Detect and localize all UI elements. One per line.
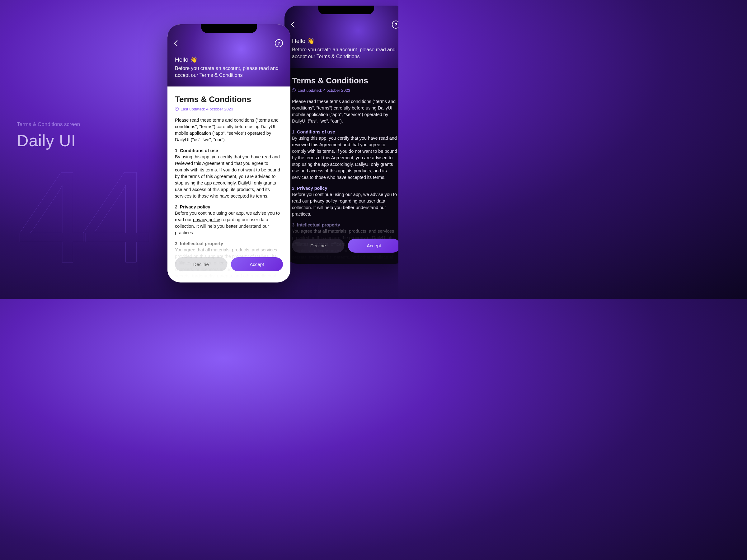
- section-2-body: Before you continue using our app, we ad…: [292, 191, 398, 217]
- button-row: Decline Accept: [292, 239, 398, 252]
- privacy-policy-link[interactable]: privacy policy: [310, 198, 337, 204]
- left-title: Daily UI: [17, 131, 76, 150]
- doc-title: Terms & Conditions: [175, 95, 283, 104]
- last-updated: Last updated: 4 october 2023: [175, 107, 283, 111]
- section-3-head: 3. Intellectual property: [175, 241, 283, 246]
- left-subtitle: Terms & Conditions screen: [17, 121, 80, 128]
- updated-text: Last updated: 4 october 2023: [181, 107, 233, 111]
- phone-dark: ? Hello 👋 Before you create an account, …: [284, 6, 398, 264]
- doc-title: Terms & Conditions: [292, 76, 398, 85]
- greeting: Hello 👋: [292, 37, 398, 45]
- section-1-head: 1. Conditions of use: [175, 148, 283, 153]
- section-1-head: 1. Conditions of use: [292, 129, 398, 134]
- updated-text: Last updated: 4 october 2023: [298, 88, 350, 93]
- section-3-head: 3. Intellectual property: [292, 222, 398, 228]
- section-1-body: By using this app, you certify that you …: [175, 154, 283, 199]
- phone-light: ? Hello 👋 Before you create an account, …: [168, 24, 290, 283]
- accept-button[interactable]: Accept: [348, 239, 399, 252]
- section-2-head: 2. Privacy policy: [292, 186, 398, 191]
- intro-text: Please read these terms and conditions (…: [175, 117, 283, 143]
- help-icon[interactable]: ?: [275, 39, 283, 47]
- privacy-policy-link[interactable]: privacy policy: [193, 217, 220, 222]
- header-subtitle: Before you create an account, please rea…: [292, 46, 398, 60]
- header: ? Hello 👋 Before you create an account, …: [284, 6, 398, 68]
- challenge-number: 44: [17, 165, 144, 269]
- content-area[interactable]: Terms & Conditions Last updated: 4 octob…: [284, 68, 398, 261]
- notch: [201, 24, 257, 33]
- back-icon[interactable]: [174, 40, 180, 46]
- decline-button[interactable]: Decline: [292, 239, 344, 252]
- button-row: Decline Accept: [175, 257, 283, 271]
- greeting: Hello 👋: [175, 56, 283, 63]
- header-subtitle: Before you create an account, please rea…: [175, 65, 283, 79]
- content-area[interactable]: Terms & Conditions Last updated: 4 octob…: [168, 86, 290, 279]
- section-2-body: Before you continue using our app, we ad…: [175, 210, 283, 236]
- last-updated: Last updated: 4 october 2023: [292, 88, 398, 93]
- back-icon[interactable]: [291, 22, 297, 28]
- notch: [318, 6, 374, 14]
- header: ? Hello 👋 Before you create an account, …: [168, 24, 290, 86]
- decline-button[interactable]: Decline: [175, 257, 227, 271]
- section-2-head: 2. Privacy policy: [175, 205, 283, 209]
- clock-icon: [292, 88, 296, 92]
- section-1-body: By using this app, you certify that you …: [292, 135, 398, 181]
- accept-button[interactable]: Accept: [231, 257, 283, 271]
- clock-icon: [175, 107, 179, 111]
- help-icon[interactable]: ?: [392, 21, 398, 29]
- intro-text: Please read these terms and conditions (…: [292, 98, 398, 125]
